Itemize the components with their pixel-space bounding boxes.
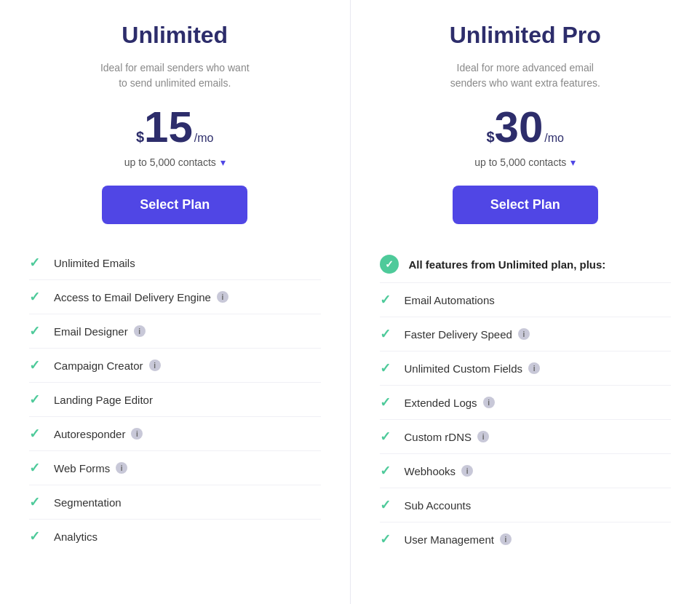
list-item: ✓ Analytics bbox=[29, 519, 321, 553]
unlimited-plan-title: Unlimited bbox=[122, 22, 228, 49]
list-item: ✓ Unlimited Custom Fields i bbox=[380, 351, 672, 385]
feature-text: Analytics bbox=[54, 531, 98, 543]
check-icon: ✓ bbox=[380, 292, 394, 308]
info-icon[interactable]: i bbox=[528, 362, 540, 374]
feature-text: All features from Unlimited plan, plus: bbox=[409, 258, 606, 271]
check-icon: ✓ bbox=[29, 426, 44, 442]
check-icon: ✓ bbox=[380, 255, 399, 274]
info-icon[interactable]: i bbox=[149, 359, 161, 371]
info-icon[interactable]: i bbox=[134, 325, 146, 337]
info-icon[interactable]: i bbox=[131, 428, 143, 440]
feature-text: Extended Logs i bbox=[405, 397, 495, 409]
unlimited-plan-column: Unlimited Ideal for email senders who wa… bbox=[0, 0, 351, 604]
feature-text: Unlimited Emails bbox=[54, 257, 135, 269]
list-item: ✓ Access to Email Delivery Engine i bbox=[29, 279, 321, 314]
feature-text: Campaign Creator i bbox=[54, 359, 161, 372]
check-icon: ✓ bbox=[29, 289, 44, 305]
info-icon[interactable]: i bbox=[500, 533, 512, 545]
unlimited-plan-description: Ideal for email senders who want to send… bbox=[95, 60, 255, 91]
list-item: ✓ Unlimited Emails bbox=[29, 246, 321, 279]
list-item: ✓ Email Designer i bbox=[29, 314, 321, 348]
unlimited-pro-contacts-selector[interactable]: up to 5,000 contacts ▾ bbox=[474, 156, 576, 168]
list-item: ✓ Segmentation bbox=[29, 485, 321, 519]
unlimited-pro-price-amount: 30 bbox=[495, 106, 544, 149]
info-icon[interactable]: i bbox=[217, 291, 228, 303]
list-item: ✓ Sub Accounts bbox=[380, 488, 672, 522]
list-item: ✓ Email Automations bbox=[380, 282, 672, 317]
list-item: ✓ Custom rDNS i bbox=[380, 419, 672, 453]
check-icon: ✓ bbox=[29, 494, 44, 510]
unlimited-pro-select-plan-button[interactable]: Select Plan bbox=[453, 186, 598, 224]
info-icon[interactable]: i bbox=[477, 431, 489, 442]
unlimited-price-period: /mo bbox=[194, 132, 214, 145]
list-item: ✓ User Management i bbox=[380, 522, 672, 556]
check-icon: ✓ bbox=[380, 531, 394, 547]
unlimited-contacts-arrow-icon: ▾ bbox=[220, 156, 226, 168]
feature-text: User Management i bbox=[405, 533, 512, 546]
check-icon: ✓ bbox=[29, 528, 44, 544]
list-item: ✓ Campaign Creator i bbox=[29, 348, 321, 382]
check-icon: ✓ bbox=[380, 497, 394, 513]
list-item: ✓ Landing Page Editor bbox=[29, 382, 321, 416]
unlimited-contacts-label: up to 5,000 contacts bbox=[124, 156, 216, 168]
unlimited-dollar-sign: $ bbox=[136, 129, 144, 146]
list-item: ✓ All features from Unlimited plan, plus… bbox=[380, 246, 672, 282]
feature-text: Faster Delivery Speed i bbox=[405, 328, 530, 341]
feature-text: Segmentation bbox=[54, 496, 122, 509]
check-icon: ✓ bbox=[380, 360, 394, 376]
feature-text: Sub Accounts bbox=[405, 499, 472, 512]
check-icon: ✓ bbox=[29, 392, 44, 408]
unlimited-price-container: $ 15 /mo bbox=[136, 106, 214, 149]
list-item: ✓ Autoresponder i bbox=[29, 416, 321, 450]
list-item: ✓ Extended Logs i bbox=[380, 385, 672, 419]
info-icon[interactable]: i bbox=[116, 462, 127, 474]
plans-container: Unlimited Ideal for email senders who wa… bbox=[0, 0, 700, 604]
unlimited-pro-dollar-sign: $ bbox=[486, 129, 494, 146]
feature-text: Unlimited Custom Fields i bbox=[405, 362, 541, 375]
unlimited-select-plan-button[interactable]: Select Plan bbox=[102, 186, 247, 224]
feature-text: Webhooks i bbox=[405, 465, 474, 477]
feature-text: Custom rDNS i bbox=[405, 431, 490, 443]
check-icon: ✓ bbox=[29, 255, 44, 271]
list-item: ✓ Faster Delivery Speed i bbox=[380, 317, 672, 351]
check-icon: ✓ bbox=[380, 429, 394, 445]
unlimited-pro-plan-column: Unlimited Pro Ideal for more advanced em… bbox=[351, 0, 701, 604]
check-icon: ✓ bbox=[380, 394, 394, 410]
list-item: ✓ Webhooks i bbox=[380, 453, 672, 488]
feature-text: Email Automations bbox=[405, 294, 495, 306]
unlimited-features-list: ✓ Unlimited Emails ✓ Access to Email Del… bbox=[29, 246, 321, 553]
list-item: ✓ Web Forms i bbox=[29, 450, 321, 485]
feature-text: Landing Page Editor bbox=[54, 394, 153, 406]
unlimited-pro-plan-title: Unlimited Pro bbox=[450, 22, 601, 49]
info-icon[interactable]: i bbox=[518, 328, 530, 340]
unlimited-pro-contacts-arrow-icon: ▾ bbox=[570, 156, 576, 168]
unlimited-pro-plan-description: Ideal for more advanced email senders wh… bbox=[445, 60, 605, 91]
info-icon[interactable]: i bbox=[461, 465, 473, 477]
unlimited-contacts-selector[interactable]: up to 5,000 contacts ▾ bbox=[124, 156, 226, 168]
check-icon: ✓ bbox=[380, 463, 394, 479]
feature-text: Web Forms i bbox=[54, 462, 127, 474]
feature-text: Autoresponder i bbox=[54, 428, 143, 440]
check-icon: ✓ bbox=[380, 326, 394, 342]
check-icon: ✓ bbox=[29, 460, 44, 476]
unlimited-pro-contacts-label: up to 5,000 contacts bbox=[474, 156, 566, 168]
feature-text: Access to Email Delivery Engine i bbox=[54, 291, 228, 303]
check-icon: ✓ bbox=[29, 323, 44, 339]
unlimited-pro-features-list: ✓ All features from Unlimited plan, plus… bbox=[380, 246, 672, 556]
unlimited-pro-price-period: /mo bbox=[544, 132, 564, 145]
feature-text: Email Designer i bbox=[54, 325, 146, 338]
info-icon[interactable]: i bbox=[483, 397, 495, 408]
unlimited-price-amount: 15 bbox=[144, 106, 193, 149]
unlimited-pro-price-container: $ 30 /mo bbox=[486, 106, 564, 149]
check-icon: ✓ bbox=[29, 357, 44, 373]
